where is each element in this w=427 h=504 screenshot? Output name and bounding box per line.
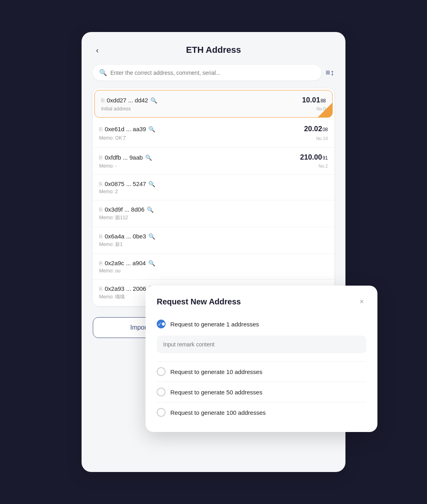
search-row: 🔍 ≡↕ [93, 65, 334, 80]
address-text: 0x3d9f ... 8d06 [105, 206, 144, 213]
amount-main: 10.01 [302, 96, 320, 104]
modal-options: ✓ Request to generate 1 addresses Reques… [157, 316, 366, 421]
address-item[interactable]: ⎘ 0x0875 ... 5247 🔍 Memo: 2 [93, 175, 334, 200]
amount-main: 20.02 [304, 125, 322, 133]
address-text: 0x2a9c ... a904 [105, 260, 146, 266]
address-text: 0x2a93 ... 2006 [105, 285, 146, 292]
search-address-icon[interactable]: 🔍 [148, 126, 155, 132]
memo-text: Memo: uu [99, 268, 120, 274]
address-text: 0x0875 ... 5247 [105, 180, 146, 187]
address-item[interactable]: ⎘ 0x2a9c ... a904 🔍 Memo: uu [93, 254, 334, 280]
address-list: ⎘ 0xdd27 ... dd42 🔍 10.01 88 Initial add… [93, 88, 334, 306]
search-address-icon[interactable]: 🔍 [147, 206, 154, 213]
request-new-address-modal: Request New Address × ✓ Request to gener… [146, 286, 377, 432]
radio-option-1[interactable]: Request to generate 10 addresses [157, 363, 366, 380]
filter-button[interactable]: ≡↕ [325, 68, 334, 77]
search-icon: 🔍 [99, 69, 107, 76]
no-badge: No.2 [319, 164, 328, 168]
amount-dec: 91 [323, 155, 328, 161]
modal-option: Request to generate 50 addresses [157, 384, 366, 402]
radio-label-1: Request to generate 10 addresses [170, 368, 262, 375]
search-address-icon[interactable]: 🔍 [148, 260, 155, 266]
modal-close-button[interactable]: × [357, 297, 366, 307]
memo-text: Memo: - [99, 163, 117, 169]
active-corner-tag [318, 103, 332, 117]
search-input[interactable] [110, 70, 315, 76]
memo-text: Memo: OK了 [99, 135, 127, 142]
divider [157, 382, 366, 382]
copy-icon[interactable]: ⎘ [99, 286, 102, 292]
page-title: ETH Address [186, 45, 241, 55]
modal-title: Request New Address [157, 297, 241, 306]
copy-icon[interactable]: ⎘ [101, 97, 104, 104]
radio-option-3[interactable]: Request to generate 100 addresses [157, 404, 366, 421]
main-card: ‹ ETH Address 🔍 ≡↕ ⎘ 0xdd27 ... dd42 🔍 1… [82, 32, 345, 472]
modal-option: ✓ Request to generate 1 addresses [157, 316, 366, 362]
search-address-icon[interactable]: 🔍 [148, 181, 155, 187]
search-address-icon[interactable]: 🔍 [150, 97, 157, 104]
copy-icon[interactable]: ⎘ [99, 154, 102, 161]
remark-input[interactable] [157, 336, 366, 353]
search-address-icon[interactable]: 🔍 [148, 233, 155, 240]
radio-circle-2[interactable] [157, 388, 166, 396]
radio-circle-3[interactable] [157, 408, 166, 417]
copy-icon[interactable]: ⎘ [99, 233, 102, 240]
radio-label-3: Request to generate 100 addresses [170, 409, 266, 416]
search-bar: 🔍 [93, 65, 321, 80]
modal-option: Request to generate 10 addresses [157, 363, 366, 382]
address-text: 0xe61d ... aa39 [105, 126, 146, 132]
address-item[interactable]: ⎘ 0x3d9f ... 8d06 🔍 Memo: 圆112 [93, 200, 334, 227]
search-address-icon[interactable]: 🔍 [145, 154, 152, 161]
back-button[interactable]: ‹ [93, 44, 102, 56]
amount-main: 210.00 [300, 153, 322, 162]
memo-text: Initial address [101, 106, 131, 112]
radio-label-2: Request to generate 50 addresses [170, 389, 262, 396]
copy-icon[interactable]: ⎘ [99, 126, 102, 132]
divider [157, 402, 366, 402]
radio-circle-1[interactable] [157, 367, 166, 376]
radio-circle-0[interactable]: ✓ [157, 320, 166, 328]
divider [157, 361, 366, 362]
checkmark: ✓ [158, 321, 162, 327]
modal-header: Request New Address × [157, 297, 366, 307]
memo-text: Memo: 哦哦 [99, 294, 125, 300]
copy-icon[interactable]: ⎘ [99, 206, 102, 213]
address-item[interactable]: ⎘ 0x6a4a ... 0be3 🔍 Memo: 新1 [93, 227, 334, 254]
copy-icon[interactable]: ⎘ [99, 181, 102, 187]
radio-option-0[interactable]: ✓ Request to generate 1 addresses [157, 316, 366, 332]
amount: 20.02 08 [304, 125, 328, 133]
address-item[interactable]: ⎘ 0xe61d ... aa39 🔍 20.02 08 Memo: OK了 N… [93, 119, 334, 148]
address-item[interactable]: ⎘ 0xdd27 ... dd42 🔍 10.01 88 Initial add… [94, 90, 333, 118]
amount: 210.00 91 [300, 153, 328, 162]
address-text: 0xdd27 ... dd42 [107, 97, 148, 104]
memo-text: Memo: 2 [99, 189, 118, 194]
address-text: 0x6a4a ... 0be3 [105, 233, 146, 240]
header: ‹ ETH Address [93, 45, 334, 55]
radio-option-2[interactable]: Request to generate 50 addresses [157, 384, 366, 400]
memo-text: Memo: 新1 [99, 241, 123, 248]
address-item[interactable]: ⎘ 0xfdfb ... 9aab 🔍 210.00 91 Memo: - No… [93, 148, 334, 175]
memo-text: Memo: 圆112 [99, 214, 128, 221]
amount-dec: 08 [323, 127, 328, 132]
copy-icon[interactable]: ⎘ [99, 260, 102, 266]
address-text: 0xfdfb ... 9aab [105, 154, 143, 161]
radio-label-0: Request to generate 1 addresses [170, 321, 259, 328]
no-badge: No.10 [316, 136, 328, 141]
modal-option: Request to generate 100 addresses [157, 404, 366, 421]
